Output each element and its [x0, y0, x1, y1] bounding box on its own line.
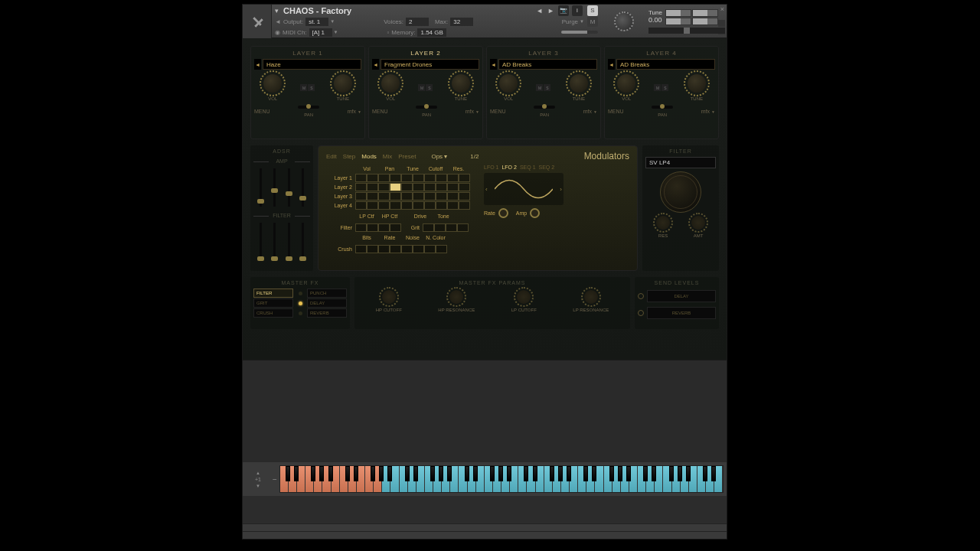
black-key[interactable] — [387, 466, 392, 481]
fx-button-crush[interactable]: CRUSH — [253, 308, 293, 318]
black-key[interactable] — [678, 466, 682, 481]
matrix-cell[interactable] — [447, 192, 459, 201]
mfx-button[interactable]: mfx▼ — [701, 109, 715, 114]
attack-slider[interactable] — [260, 168, 262, 207]
fx-param-knob[interactable] — [584, 290, 598, 304]
tune-knob[interactable] — [570, 74, 588, 93]
matrix-cell[interactable] — [401, 201, 413, 210]
preset-prev-icon[interactable]: ◄ — [254, 59, 261, 70]
black-key[interactable] — [686, 466, 691, 481]
black-key[interactable] — [618, 466, 622, 481]
layer-tab[interactable]: LAYER 2 — [372, 50, 479, 57]
solo-button[interactable]: S — [587, 5, 598, 16]
seq2-tab[interactable]: SEQ 2 — [539, 165, 555, 170]
rate-knob[interactable] — [498, 208, 508, 218]
matrix-cell[interactable] — [390, 201, 401, 210]
black-key[interactable] — [345, 466, 350, 481]
matrix-cell[interactable] — [390, 245, 401, 253]
menu-button[interactable]: MENU — [372, 109, 388, 114]
preset-prev-icon[interactable]: ◄ — [490, 59, 497, 70]
matrix-cell[interactable] — [401, 245, 413, 253]
white-key[interactable] — [544, 466, 553, 492]
matrix-cell[interactable] — [390, 192, 401, 201]
matrix-cell[interactable] — [446, 223, 457, 232]
matrix-cell[interactable] — [447, 183, 459, 191]
output-dropdown-icon[interactable]: ▼ — [330, 19, 335, 24]
matrix-cell[interactable] — [355, 245, 367, 253]
matrix-cell[interactable] — [413, 245, 424, 253]
black-key[interactable] — [413, 466, 418, 481]
f-attack-slider[interactable] — [260, 223, 262, 261]
page-indicator[interactable]: 1/2 — [470, 153, 479, 160]
matrix-cell[interactable] — [459, 192, 470, 201]
amount-knob[interactable] — [691, 216, 705, 230]
matrix-cell[interactable] — [413, 174, 424, 182]
menu-button[interactable]: MENU — [254, 109, 270, 114]
preset-name[interactable]: AD Breaks — [498, 59, 597, 70]
matrix-cell[interactable] — [436, 183, 447, 191]
layer-tab[interactable]: LAYER 1 — [254, 50, 361, 57]
black-key[interactable] — [379, 466, 384, 481]
matrix-cell[interactable] — [355, 223, 367, 232]
octave-up-icon[interactable]: ▲ — [256, 471, 260, 475]
black-key[interactable] — [490, 466, 495, 481]
send-enable-dot[interactable] — [638, 293, 644, 299]
fx-button-delay[interactable]: DELAY — [307, 298, 347, 308]
snapshot-icon[interactable]: 📷 — [558, 5, 569, 16]
black-key[interactable] — [643, 466, 648, 481]
lfo1-tab[interactable]: LFO 1 — [484, 165, 498, 170]
black-key[interactable] — [533, 466, 537, 481]
tab-mix[interactable]: Mix — [383, 153, 392, 160]
black-key[interactable] — [550, 466, 554, 481]
menu-button[interactable]: MENU — [490, 109, 506, 114]
matrix-cell[interactable] — [436, 174, 447, 182]
black-key[interactable] — [405, 466, 410, 481]
matrix-cell[interactable] — [390, 174, 401, 182]
matrix-cell[interactable] — [378, 192, 390, 201]
matrix-cell[interactable] — [378, 223, 390, 232]
black-key[interactable] — [583, 466, 588, 481]
output-field[interactable]: ◄ Output: st. 1 ▼ — [275, 18, 335, 26]
fx-button-filter[interactable]: FILTER — [253, 289, 293, 298]
wave-prev-icon[interactable]: ‹ — [484, 186, 489, 193]
fx-button-reverb[interactable]: REVERB — [307, 308, 347, 318]
black-key[interactable] — [703, 466, 707, 481]
fx-param-knob[interactable] — [382, 290, 396, 304]
send-enable-dot[interactable] — [638, 310, 644, 316]
matrix-cell[interactable] — [401, 174, 413, 182]
tab-edit[interactable]: Edit — [326, 153, 337, 160]
volume-knob[interactable] — [617, 74, 635, 93]
black-key[interactable] — [286, 466, 290, 481]
matrix-cell[interactable] — [459, 174, 470, 182]
octave-down-icon[interactable]: ▼ — [256, 484, 260, 488]
matrix-cell[interactable] — [390, 223, 401, 232]
white-key[interactable] — [425, 466, 433, 492]
matrix-cell[interactable] — [459, 183, 470, 191]
layer-tab[interactable]: LAYER 4 — [608, 50, 715, 57]
seq1-tab[interactable]: SEQ 1 — [520, 165, 536, 170]
matrix-cell[interactable] — [447, 201, 459, 210]
black-key[interactable] — [430, 466, 435, 481]
matrix-cell[interactable] — [355, 192, 367, 201]
info-icon[interactable]: i — [572, 5, 583, 16]
white-key[interactable] — [697, 466, 706, 492]
black-key[interactable] — [558, 466, 563, 481]
wrench-icon[interactable] — [250, 14, 265, 29]
matrix-cell[interactable] — [459, 201, 470, 210]
kb-scroll-left[interactable]: − — [270, 475, 279, 484]
mute-button[interactable]: M — [300, 84, 307, 91]
black-key[interactable] — [447, 466, 452, 481]
black-key[interactable] — [498, 466, 503, 481]
amp-knob[interactable] — [530, 208, 540, 218]
midi-field[interactable]: ◉ MIDI Ch: [A] 1 ▼ — [275, 28, 338, 37]
black-key[interactable] — [294, 466, 299, 481]
white-key[interactable] — [485, 466, 493, 492]
expand-toggle-icon[interactable]: ▾ — [275, 7, 279, 15]
decay-slider[interactable] — [273, 168, 276, 207]
tab-preset[interactable]: Preset — [398, 153, 416, 160]
matrix-cell[interactable] — [436, 245, 447, 253]
mute-button[interactable]: M — [654, 84, 661, 91]
tune-knob[interactable] — [452, 74, 470, 93]
preset-name[interactable]: Fragment Drones — [381, 59, 479, 70]
matrix-cell[interactable] — [424, 174, 436, 182]
